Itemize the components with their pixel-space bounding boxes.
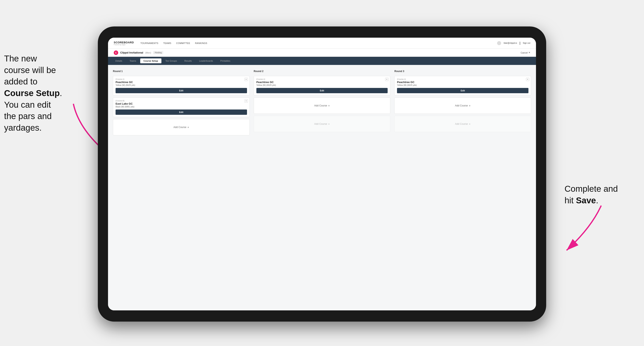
round1-course-b-details: Black (M) (6891 yds)	[116, 106, 247, 108]
round3-add-course[interactable]: Add Course +	[394, 98, 531, 114]
nav-links: TOURNAMENTS TEAMS COMMITTEE RANKINGS	[140, 42, 207, 44]
tab-leaderboards[interactable]: Leaderboards	[196, 58, 216, 63]
nav-left: SCOREBOARD Powered by clippd TOURNAMENTS…	[114, 41, 207, 45]
tournament-name: Clippd Invitational	[120, 51, 143, 54]
nav-committee[interactable]: COMMITTEE	[176, 42, 190, 44]
round1-course-a-edit[interactable]: Edit	[116, 88, 247, 93]
main-content: Round 1 ✕ (Course A) Peachtree GC Yellow…	[108, 65, 536, 310]
tab-results[interactable]: Results	[181, 58, 195, 63]
round1-course-a-label: (Course A)	[116, 78, 247, 80]
round-2-column: Round 2 ✕ (Course A) Peachtree GC Yellow…	[254, 70, 390, 135]
user-avatar	[497, 41, 501, 45]
round2-add-course-2: Add Course +	[254, 116, 390, 132]
round1-course-b-edit[interactable]: Edit	[116, 110, 247, 115]
clippd-icon: C	[114, 50, 118, 55]
round2-course-a-label: (Course A)	[256, 78, 388, 80]
top-nav: SCOREBOARD Powered by clippd TOURNAMENTS…	[108, 38, 536, 49]
tournament-gender: (Men)	[145, 51, 151, 54]
round3-course-a-edit[interactable]: Edit	[397, 88, 528, 93]
tournament-info: C Clippd Invitational (Men) Hosting	[114, 50, 163, 55]
user-email: blair@clippd.io	[504, 42, 517, 44]
scoreboard-title: SCOREBOARD	[114, 41, 134, 44]
round2-course-a-edit[interactable]: Edit	[256, 88, 388, 93]
powered-by: Powered by clippd	[114, 44, 134, 45]
round1-course-b-name: East Lake GC	[116, 102, 247, 105]
arrow-right-annotation	[550, 201, 612, 258]
round1-course-a-details: Yellow (M) (6629 yds)	[116, 84, 247, 86]
tablet-device: SCOREBOARD Powered by clippd TOURNAMENTS…	[98, 26, 546, 322]
annotation-left: The new course will be added to Course S…	[4, 53, 63, 134]
round3-course-a-card: ✕ (Course A) Peachtree GC Yellow (M) (66…	[394, 76, 531, 95]
round-3-column: Round 3 ✕ (Course A) Peachtree GC Yellow…	[394, 70, 531, 135]
round-3-title: Round 3	[394, 70, 531, 73]
round3-course-a-delete[interactable]: ✕	[526, 78, 529, 81]
round-1-column: Round 1 ✕ (Course A) Peachtree GC Yellow…	[113, 70, 250, 135]
round2-course-a-card: ✕ (Course A) Peachtree GC Yellow (M) (66…	[254, 76, 390, 95]
hosting-badge: Hosting	[153, 51, 163, 54]
tab-teams[interactable]: Teams	[126, 58, 140, 63]
round3-course-a-label: (Course A)	[397, 78, 528, 80]
round1-add-course[interactable]: Add Course +	[113, 119, 250, 135]
round1-course-b-card: ✕ (Course B) East Lake GC Black (M) (689…	[113, 98, 250, 117]
round3-course-a-name: Peachtree GC	[397, 81, 528, 84]
annotation-right: Complete and hit Save.	[564, 183, 628, 206]
sign-out-link[interactable]: Sign out	[523, 42, 530, 44]
round1-course-b-label: (Course B)	[116, 100, 247, 102]
round3-add-course-2: Add Course +	[394, 116, 531, 132]
nav-teams[interactable]: TEAMS	[163, 42, 171, 44]
tablet-screen: SCOREBOARD Powered by clippd TOURNAMENTS…	[108, 38, 536, 310]
rounds-container: Round 1 ✕ (Course A) Peachtree GC Yellow…	[113, 70, 531, 135]
round3-course-a-details: Yellow (M) (6629 yds)	[397, 84, 528, 86]
round-2-title: Round 2	[254, 70, 390, 73]
nav-tournaments[interactable]: TOURNAMENTS	[140, 42, 158, 44]
round2-course-a-delete[interactable]: ✕	[385, 78, 388, 81]
tab-tee-groups[interactable]: Tee Groups	[162, 58, 180, 63]
tab-printables[interactable]: Printables	[217, 58, 234, 63]
round1-course-a-delete[interactable]: ✕	[244, 78, 248, 81]
nav-rankings[interactable]: RANKINGS	[195, 42, 207, 44]
round-1-title: Round 1	[113, 70, 250, 73]
round1-course-a-card: ✕ (Course A) Peachtree GC Yellow (M) (66…	[113, 76, 250, 95]
round1-course-a-name: Peachtree GC	[116, 81, 247, 84]
cancel-button[interactable]: Cancel ✕	[521, 51, 530, 54]
nav-right: blair@clippd.io | Sign out	[497, 41, 530, 45]
round2-course-a-name: Peachtree GC	[256, 81, 388, 84]
scoreboard-logo: SCOREBOARD Powered by clippd	[114, 41, 134, 45]
round1-course-b-delete[interactable]: ✕	[244, 99, 248, 103]
tabs-bar: Details Teams Course Setup Tee Groups Re…	[108, 57, 536, 65]
tab-course-setup[interactable]: Course Setup	[140, 58, 162, 63]
round2-course-a-details: Yellow (M) (6629 yds)	[256, 84, 388, 86]
round2-add-course[interactable]: Add Course +	[254, 98, 390, 114]
tab-details[interactable]: Details	[112, 58, 126, 63]
tournament-bar: C Clippd Invitational (Men) Hosting Canc…	[108, 49, 536, 57]
